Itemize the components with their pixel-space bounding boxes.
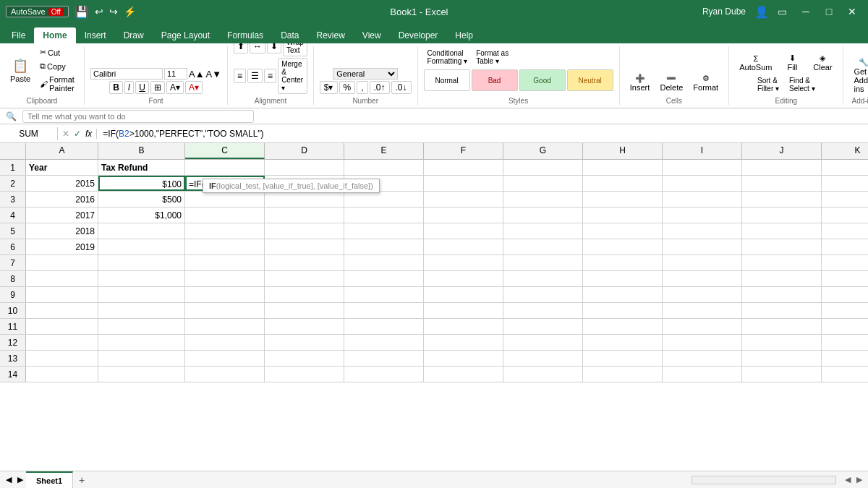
cell-B10[interactable] [98, 303, 185, 318]
cell-C7[interactable] [185, 255, 265, 270]
decimal-increase-button[interactable]: .0↑ [370, 81, 390, 94]
cell-J9[interactable] [742, 287, 822, 302]
number-format-select[interactable]: General Number Currency Accounting Date … [333, 68, 398, 80]
cell-K11[interactable] [822, 319, 868, 334]
row-num-7[interactable]: 7 [0, 255, 26, 270]
col-header-A[interactable]: A [26, 143, 98, 159]
font-color-button[interactable]: A▾ [185, 81, 203, 94]
cell-D9[interactable] [265, 287, 344, 302]
cell-C10[interactable] [185, 303, 265, 318]
ribbon-tab-draw[interactable]: Draw [115, 27, 153, 43]
cell-B8[interactable] [98, 271, 185, 286]
cell-C5[interactable] [185, 223, 265, 239]
close-button[interactable]: ✕ [842, 1, 862, 22]
next-sheet-button[interactable]: ▶ [14, 475, 26, 484]
name-box[interactable]: SUM [0, 127, 58, 140]
row-num-5[interactable]: 5 [0, 223, 26, 239]
cell-E9[interactable] [344, 287, 424, 302]
align-middle-button[interactable]: ↔ [250, 43, 265, 53]
col-header-D[interactable]: D [265, 143, 344, 159]
cell-H10[interactable] [583, 303, 663, 318]
cell-E1[interactable] [344, 160, 424, 175]
cell-I3[interactable] [663, 192, 742, 207]
cell-B9[interactable] [98, 287, 185, 302]
sort-filter-button[interactable]: Sort &Filter ▾ [754, 75, 783, 94]
cell-D13[interactable] [265, 351, 344, 366]
font-size-input[interactable] [164, 68, 187, 80]
cell-K6[interactable] [822, 239, 868, 254]
cell-G4[interactable] [503, 207, 583, 223]
formula-cancel-icon[interactable]: ✕ [62, 129, 69, 139]
font-name-input[interactable] [90, 68, 163, 80]
font-grow-icon[interactable]: A▲ [189, 69, 205, 80]
paste-button[interactable]: 📋 Paste [6, 56, 35, 85]
fill-color-button[interactable]: A▾ [166, 81, 184, 94]
cell-K4[interactable] [822, 207, 868, 223]
cell-E7[interactable] [344, 255, 424, 270]
cell-B11[interactable] [98, 319, 185, 334]
user-icon[interactable]: 👤 [754, 5, 769, 19]
cell-J2[interactable] [742, 176, 822, 191]
underline-button[interactable]: U [135, 81, 149, 94]
cell-K8[interactable] [822, 271, 868, 286]
delete-button[interactable]: ➖ Delete [656, 72, 688, 94]
ribbon-tab-insert[interactable]: Insert [76, 27, 115, 43]
cell-A7[interactable] [26, 255, 98, 270]
clear-button[interactable]: ◈ Clear [808, 51, 837, 74]
get-addins-button[interactable]: 🔧 GetAdd-ins [849, 56, 868, 95]
ribbon-tab-home[interactable]: Home [34, 27, 75, 43]
col-header-G[interactable]: G [503, 143, 583, 159]
cell-A4[interactable]: 2017 [26, 207, 98, 223]
horizontal-scrollbar[interactable] [692, 476, 836, 484]
cell-J11[interactable] [742, 319, 822, 334]
cell-F2[interactable] [424, 176, 503, 191]
row-num-12[interactable]: 12 [0, 335, 26, 350]
cell-F14[interactable] [424, 367, 503, 382]
ribbon-tab-data[interactable]: Data [272, 27, 307, 43]
cell-J13[interactable] [742, 351, 822, 366]
cell-A6[interactable]: 2019 [26, 239, 98, 254]
cell-K2[interactable] [822, 176, 868, 191]
sheet-tab-1[interactable]: Sheet1 [26, 471, 73, 488]
cell-B7[interactable] [98, 255, 185, 270]
row-num-6[interactable]: 6 [0, 239, 26, 254]
cell-A8[interactable] [26, 271, 98, 286]
row-num-2[interactable]: 2 [0, 176, 26, 191]
cell-A13[interactable] [26, 351, 98, 366]
comma-button[interactable]: , [357, 81, 367, 94]
cell-E11[interactable] [344, 319, 424, 334]
row-num-1[interactable]: 1 [0, 160, 26, 175]
cell-H13[interactable] [583, 351, 663, 366]
cell-K1[interactable] [822, 160, 868, 175]
cell-J5[interactable] [742, 223, 822, 239]
style-good[interactable]: Good [519, 69, 566, 91]
format-button[interactable]: ⚙ Format [689, 72, 723, 94]
cell-A12[interactable] [26, 335, 98, 350]
cell-G12[interactable] [503, 335, 583, 350]
cell-K5[interactable] [822, 223, 868, 239]
autosum-button[interactable]: Σ AutoSum [735, 52, 776, 74]
cell-B6[interactable] [98, 239, 185, 254]
cell-I14[interactable] [663, 367, 742, 382]
cell-H5[interactable] [583, 223, 663, 239]
col-header-I[interactable]: I [663, 143, 742, 159]
cell-B2[interactable]: $100 [98, 176, 185, 191]
cell-K13[interactable] [822, 351, 868, 366]
ribbon-tab-view[interactable]: View [354, 27, 390, 43]
cell-C1[interactable] [185, 160, 265, 175]
cell-G10[interactable] [503, 303, 583, 318]
col-header-H[interactable]: H [583, 143, 663, 159]
redo-icon[interactable]: ↪ [109, 6, 118, 17]
cell-A5[interactable]: 2018 [26, 223, 98, 239]
save-icon[interactable]: 💾 [75, 5, 89, 19]
cell-B1[interactable]: Tax Refund [98, 160, 185, 175]
cell-J3[interactable] [742, 192, 822, 207]
cell-B13[interactable] [98, 351, 185, 366]
cell-J10[interactable] [742, 303, 822, 318]
cell-K7[interactable] [822, 255, 868, 270]
cell-D11[interactable] [265, 319, 344, 334]
cell-B12[interactable] [98, 335, 185, 350]
ribbon-tab-file[interactable]: File [3, 27, 34, 43]
cell-F11[interactable] [424, 319, 503, 334]
cell-D10[interactable] [265, 303, 344, 318]
